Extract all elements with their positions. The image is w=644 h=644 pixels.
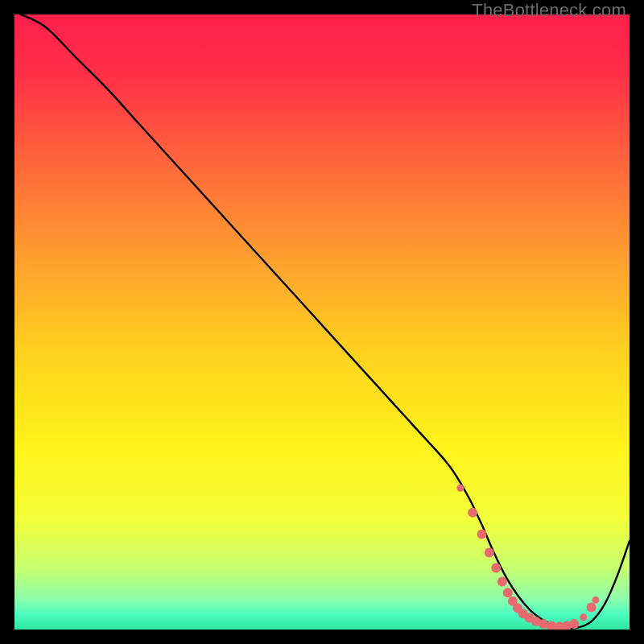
highlight-dot [569, 619, 579, 629]
highlight-dot [587, 602, 597, 612]
gradient-background [14, 14, 630, 630]
highlight-dot [468, 508, 477, 518]
highlight-dot [491, 564, 501, 573]
highlight-dot [485, 548, 494, 558]
highlight-dot [477, 530, 487, 539]
highlight-dot [497, 576, 507, 586]
highlight-dot [580, 613, 587, 621]
highlight-dot [503, 588, 513, 597]
highlight-dot [592, 597, 599, 604]
bottleneck-chart [14, 14, 630, 630]
watermark-text: TheBottleneck.com [472, 0, 626, 21]
highlight-dot [539, 619, 548, 629]
highlight-dot [456, 485, 464, 492]
